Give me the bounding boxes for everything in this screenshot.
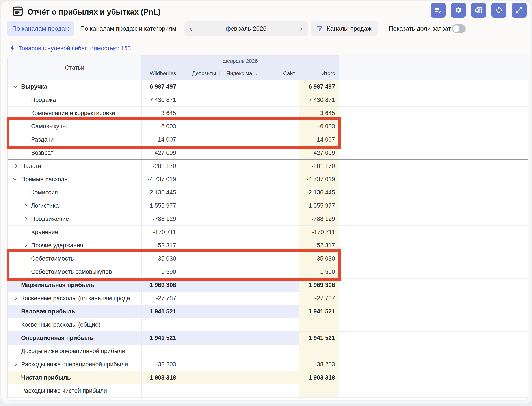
- tab-by-sales-channels[interactable]: По каналам продаж: [7, 21, 74, 36]
- table-row[interactable]: Доходы ниже операционной прибыли: [8, 345, 528, 358]
- table-row[interactable]: Маржинальная прибыль 1 969 308 1 969 308: [8, 279, 528, 292]
- cell-site: [261, 332, 299, 345]
- table-row[interactable]: Валовая прибыль 1 941 521 1 941 521: [8, 305, 528, 318]
- row-label: Прямые расходы: [21, 176, 69, 183]
- column-header[interactable]: Сайт: [261, 67, 299, 80]
- cell-site: [261, 146, 299, 159]
- row-label-cell: Прочие удержания: [8, 239, 142, 252]
- row-filler: [339, 305, 528, 318]
- articles-column-header[interactable]: Статьи: [8, 55, 142, 80]
- table-row[interactable]: Чистая прибыль 1 903 318 1 903 318: [8, 371, 528, 384]
- period-picker[interactable]: ‹ февраль 2026 ›: [184, 21, 308, 36]
- cell-yandex-market: [220, 318, 261, 331]
- table-row[interactable]: Себестоимость -35 030 -35 030: [8, 252, 528, 265]
- row-label-cell: Комиссия: [8, 186, 142, 199]
- cell-wildberries: 1 941 521: [142, 305, 180, 318]
- row-label: Маржинальная прибыль: [21, 282, 94, 289]
- tab-by-channels-and-categories[interactable]: По каналам продаж и категориям: [80, 21, 176, 36]
- table-row[interactable]: Прямые расходы -4 737 019 -4 737 019: [8, 173, 528, 186]
- cell-yandex-market: [220, 332, 261, 345]
- cell-site: [261, 292, 299, 305]
- row-label-cell: Самовыкупы: [8, 120, 142, 133]
- table-row[interactable]: Продажа 7 430 871 7 430 871: [8, 94, 528, 107]
- cell-yandex-market: [220, 173, 261, 186]
- table-row[interactable]: Выручка 6 987 497 6 987 497: [8, 80, 528, 94]
- table-row[interactable]: Налоги -281 170 -281 170: [8, 160, 528, 173]
- table-row[interactable]: Раздачи -14 007 -14 007: [8, 133, 528, 146]
- cell-wildberries: -427 009: [142, 146, 180, 159]
- row-label: Косвенные расходы (по каналам прода…: [21, 295, 136, 302]
- table-row[interactable]: Компенсации и корректировки 3 645 3 645: [8, 107, 528, 120]
- row-filler: [339, 94, 528, 107]
- table-row[interactable]: Самовыкупы -6 003 -6 003: [8, 120, 528, 133]
- row-label: Прочие удержания: [31, 242, 83, 249]
- row-filler: [339, 318, 528, 331]
- table-row[interactable]: Косвенные расходы (по каналам прода… -27…: [8, 292, 528, 305]
- cell-wildberries: -14 007: [142, 133, 180, 146]
- cell-yandex-market: [220, 120, 261, 133]
- row-label-cell: Прямые расходы: [8, 173, 142, 186]
- table-row[interactable]: Прочие удержания -52 317 -52 317: [8, 239, 528, 252]
- table-row[interactable]: Продвижение -788 129 -788 129: [8, 212, 528, 226]
- chevron-right-icon[interactable]: [12, 163, 18, 169]
- table-row[interactable]: Себестоимость самовыкупов 1 590 1 590: [8, 265, 528, 279]
- table-row[interactable]: Расходы ниже операционной прибыли -38 20…: [8, 358, 528, 371]
- table-row[interactable]: Хранение -170 711 -170 711: [8, 226, 528, 239]
- cell-total: 3 645: [299, 107, 339, 120]
- column-header[interactable]: Депозиты: [180, 67, 220, 80]
- table-row[interactable]: Операционная прибыль 1 941 521 1 941 521: [8, 332, 528, 345]
- table-column-headers: WildberriesДепозитыЯндекс ма…СайтИтого: [142, 67, 339, 80]
- row-label-cell: Косвенные расходы (по каналам прода…: [8, 292, 142, 305]
- cell-deposits: [180, 107, 220, 120]
- cell-site: [261, 265, 299, 278]
- chevron-down-icon[interactable]: [12, 84, 18, 90]
- cell-total: 1 941 521: [299, 305, 339, 318]
- table-body: Выручка 6 987 497 6 987 497 Продажа 7 43…: [8, 80, 528, 398]
- chevron-right-icon[interactable]: [22, 243, 28, 248]
- report-icon: [12, 6, 23, 17]
- chevron-right-icon[interactable]: [12, 296, 18, 301]
- cell-yandex-market: [220, 80, 261, 93]
- row-label-cell: Расходы ниже чистой прибыли: [8, 384, 142, 397]
- row-label: Чистая прибыль: [21, 374, 71, 381]
- cost-share-toggle[interactable]: [452, 24, 466, 33]
- cell-site: [261, 212, 299, 225]
- cell-wildberries: -38 203: [142, 358, 180, 371]
- cell-yandex-market: [220, 212, 261, 225]
- chevron-down-icon[interactable]: [12, 177, 18, 182]
- row-label: Выручка: [21, 83, 47, 90]
- chevron-right-icon[interactable]: [12, 362, 18, 367]
- column-header[interactable]: Итого: [299, 67, 339, 80]
- row-label: Продажа: [31, 96, 56, 103]
- edit-report-button[interactable]: [431, 3, 446, 18]
- sales-channels-filter-button[interactable]: Каналы продаж: [311, 21, 378, 36]
- prev-period-icon[interactable]: ‹: [189, 25, 192, 32]
- chevron-right-icon[interactable]: [22, 216, 28, 222]
- refresh-button[interactable]: [491, 3, 506, 18]
- table-row[interactable]: Логистика -1 555 977 -1 555 977: [8, 199, 528, 212]
- row-filler: [339, 160, 528, 173]
- cell-wildberries: 1 941 521: [142, 332, 180, 345]
- table-row[interactable]: Расходы ниже чистой прибыли: [8, 384, 528, 398]
- expand-button[interactable]: [512, 3, 527, 18]
- table-header: Статьи февраль 2026 WildberriesДепозитыЯ…: [8, 55, 528, 80]
- cell-yandex-market: [220, 133, 261, 146]
- row-label-cell: Валовая прибыль: [8, 305, 142, 318]
- row-label-cell: Раздачи: [8, 133, 142, 146]
- table-row[interactable]: Комиссия -2 136 445 -2 136 445: [8, 186, 528, 199]
- cell-deposits: [180, 239, 220, 252]
- next-period-icon[interactable]: ›: [300, 25, 302, 32]
- export-excel-button[interactable]: [471, 3, 486, 18]
- row-filler: [339, 107, 528, 120]
- cell-site: [261, 318, 299, 331]
- cell-total: 6 987 497: [299, 80, 339, 93]
- cell-total: 7 430 871: [299, 94, 339, 107]
- column-header[interactable]: Wildberries: [142, 67, 180, 80]
- zero-cost-link[interactable]: Товаров с нулевой себестоимостью: 153: [19, 45, 131, 52]
- row-label: Себестоимость: [31, 255, 74, 262]
- chevron-right-icon[interactable]: [22, 203, 28, 209]
- settings-button[interactable]: [451, 3, 466, 18]
- column-header[interactable]: Яндекс ма…: [220, 67, 261, 80]
- table-row[interactable]: Косвенные расходы (общие): [8, 318, 528, 332]
- table-row[interactable]: Возврат -427 009 -427 009: [8, 146, 528, 160]
